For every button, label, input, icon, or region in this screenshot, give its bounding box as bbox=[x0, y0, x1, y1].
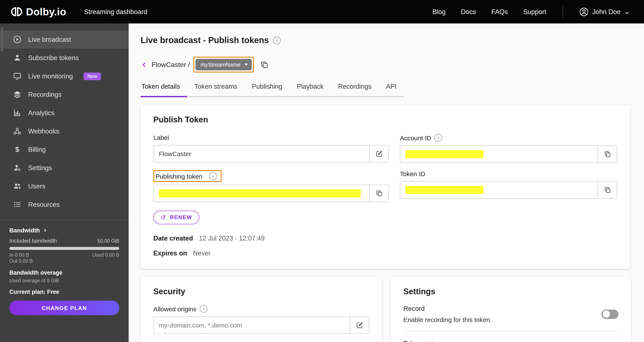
bandwidth-used: Used 0.00 B bbox=[92, 252, 119, 258]
copy-icon[interactable] bbox=[598, 146, 617, 162]
settings-card: Settings Record Enable recording for thi… bbox=[390, 277, 631, 342]
sidebar-item-label: Recordings bbox=[28, 91, 62, 98]
topbar: Dolby.io Streaming dashboard Blog Docs F… bbox=[0, 0, 644, 24]
page-title: Live broadcast - Publish tokens bbox=[140, 35, 269, 45]
included-bandwidth-value: 50.00 GiB bbox=[98, 238, 119, 244]
sidebar-item-subscribe-tokens[interactable]: Subscribe tokens bbox=[0, 49, 129, 67]
info-icon[interactable]: i bbox=[273, 37, 281, 44]
sidebar-item-webhooks[interactable]: Webhooks bbox=[0, 122, 129, 140]
nav-faqs[interactable]: FAQs bbox=[491, 8, 508, 16]
label-field: Label bbox=[153, 134, 389, 163]
date-created-value: 12 Jul 2023 - 12:07:49 bbox=[199, 235, 265, 242]
expires-on-value: Never bbox=[193, 249, 211, 257]
publish-token-title: Publish Token bbox=[153, 115, 617, 124]
record-label: Record bbox=[403, 305, 492, 312]
annotation-box-stream-selector: myStreamName bbox=[193, 57, 254, 73]
chevron-down-icon bbox=[244, 64, 248, 66]
annotation-box-publishing-token: Publishing token i bbox=[153, 170, 222, 182]
app-root: Dolby.io Streaming dashboard Blog Docs F… bbox=[0, 0, 644, 342]
expires-on-label: Expires on bbox=[153, 249, 187, 257]
publishing-token-field: Publishing token i bbox=[153, 170, 389, 202]
back-chevron-icon[interactable] bbox=[140, 61, 148, 68]
tab-api[interactable]: API bbox=[379, 83, 404, 97]
tab-recordings[interactable]: Recordings bbox=[331, 83, 379, 97]
date-created-label: Date created bbox=[153, 235, 193, 242]
layers-icon bbox=[13, 90, 22, 99]
main-content: Live broadcast - Publish tokens i FlowCa… bbox=[129, 24, 644, 342]
product-title: Streaming dashboard bbox=[84, 8, 147, 16]
bandwidth-overage-title: Bandwidth overage bbox=[9, 269, 119, 276]
nav-docs[interactable]: Docs bbox=[461, 8, 476, 16]
monitor-icon bbox=[13, 72, 22, 81]
breadcrumb-parent[interactable]: FlowCaster / bbox=[152, 61, 190, 68]
sidebar-item-label: Users bbox=[28, 182, 45, 190]
sidebar-item-settings[interactable]: Settings bbox=[0, 159, 129, 177]
publish-token-card: Publish Token Label bbox=[140, 105, 630, 269]
info-icon[interactable]: i bbox=[209, 172, 217, 180]
redacted-account-id bbox=[406, 150, 484, 158]
edit-icon[interactable] bbox=[350, 317, 369, 333]
record-toggle[interactable] bbox=[602, 309, 618, 319]
included-bandwidth-label: Included bandwidth bbox=[9, 238, 57, 244]
sidebar-item-users[interactable]: Users bbox=[0, 177, 129, 195]
redacted-token-id bbox=[406, 186, 484, 194]
sidebar-item-analytics[interactable]: Analytics bbox=[0, 104, 129, 122]
users-icon bbox=[13, 182, 22, 191]
settings-title: Settings bbox=[403, 287, 618, 296]
sidebar-item-live-monitoring[interactable]: Live monitoring New bbox=[0, 67, 129, 85]
sidebar-item-label: Live broadcast bbox=[28, 36, 71, 43]
user-name: John Doe bbox=[592, 8, 620, 16]
nav-support[interactable]: Support bbox=[523, 8, 546, 16]
nav-blog[interactable]: Blog bbox=[432, 8, 446, 16]
sidebar-item-label: Live monitoring bbox=[28, 72, 73, 80]
info-icon[interactable]: i bbox=[200, 305, 208, 312]
sidebar-item-resources[interactable]: Resources bbox=[0, 195, 129, 214]
sidebar-item-label: Settings bbox=[28, 164, 52, 172]
sidebar-item-label: Resources bbox=[28, 201, 60, 208]
record-description: Enable recording for this token. bbox=[403, 316, 492, 323]
sidebar-item-label: Analytics bbox=[28, 109, 54, 117]
bandwidth-overage-value: Used overage of 0 GiB bbox=[9, 278, 119, 283]
chevron-right-icon bbox=[42, 228, 47, 233]
bandwidth-progress-bar bbox=[9, 247, 119, 250]
tab-token-streams[interactable]: Token streams bbox=[187, 83, 245, 97]
tab-publishing[interactable]: Publishing bbox=[245, 83, 290, 97]
list-icon bbox=[13, 200, 22, 209]
stream-name-label: myStreamName bbox=[200, 61, 241, 68]
topbar-divider bbox=[562, 6, 563, 17]
change-plan-button[interactable]: CHANGE PLAN bbox=[9, 301, 119, 315]
renew-label: RENEW bbox=[170, 215, 192, 221]
copy-icon[interactable] bbox=[598, 182, 617, 198]
bandwidth-link[interactable]: Bandwidth bbox=[9, 227, 119, 234]
redacted-publishing-token bbox=[159, 189, 361, 198]
account-id-label: Account ID bbox=[400, 134, 431, 141]
info-icon[interactable]: i bbox=[435, 134, 442, 141]
label-input[interactable] bbox=[159, 150, 364, 157]
stream-name-dropdown[interactable]: myStreamName bbox=[196, 59, 252, 70]
user-menu[interactable]: John Doe bbox=[579, 7, 630, 17]
brand-name: Dolby.io bbox=[26, 6, 66, 18]
renew-button[interactable]: ↺ RENEW bbox=[153, 211, 200, 224]
tab-token-details[interactable]: Token details bbox=[140, 83, 187, 97]
copy-icon[interactable] bbox=[260, 60, 269, 69]
person-icon bbox=[13, 53, 22, 62]
edit-icon[interactable] bbox=[370, 145, 388, 162]
sidebar-item-recordings[interactable]: Recordings bbox=[0, 85, 129, 104]
allowed-origins-label: Allowed origins bbox=[153, 305, 196, 312]
record-row: Record Enable recording for this token. bbox=[403, 305, 618, 323]
bandwidth-in: In 0.00 B bbox=[9, 252, 29, 258]
webhook-icon bbox=[13, 127, 22, 136]
breadcrumb: FlowCaster / myStreamName bbox=[140, 57, 631, 73]
sidebar-item-billing[interactable]: $ Billing bbox=[0, 140, 129, 159]
bandwidth-title: Bandwidth bbox=[9, 227, 40, 234]
copy-icon[interactable] bbox=[370, 185, 388, 202]
dolby-logo[interactable]: Dolby.io bbox=[11, 6, 66, 18]
sidebar-item-live-broadcast[interactable]: Live broadcast bbox=[0, 30, 129, 49]
label-field-label: Label bbox=[153, 134, 169, 141]
token-id-field: Token ID bbox=[400, 170, 617, 202]
current-plan-label: Current plan: Free bbox=[9, 289, 119, 295]
sidebar-scrollbar[interactable] bbox=[1, 27, 3, 52]
tab-playback[interactable]: Playback bbox=[290, 83, 331, 97]
allowed-origins-input[interactable] bbox=[159, 321, 344, 329]
bandwidth-panel: Bandwidth Included bandwidth 50.00 GiB I… bbox=[0, 220, 129, 315]
